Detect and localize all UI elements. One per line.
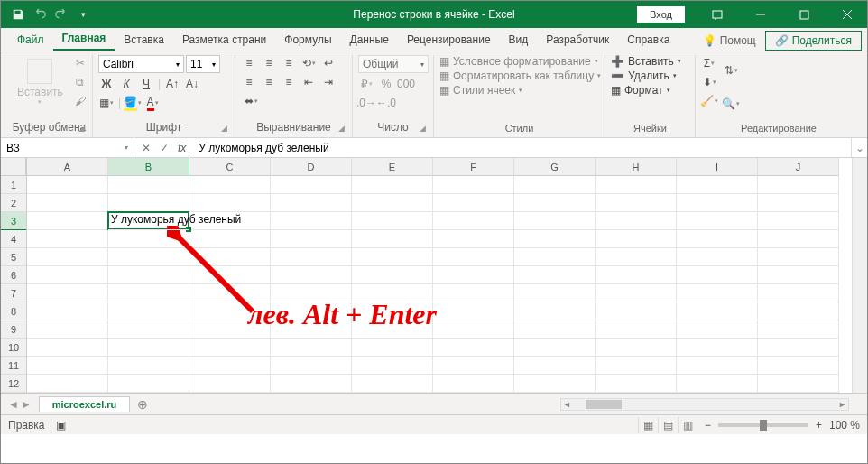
bold-icon[interactable]: Ж [98,76,115,92]
horizontal-scrollbar[interactable]: ◄ ► [560,398,849,411]
clear-icon[interactable]: 🧹 [701,93,717,109]
align-middle-icon[interactable]: ≡ [261,55,277,71]
font-color-icon[interactable]: A [144,95,161,111]
col-header[interactable]: F [433,158,514,176]
row-header[interactable]: 9 [1,320,26,339]
tab-home[interactable]: Главная [53,27,115,51]
signin-button[interactable]: Вход [637,6,685,23]
qat-customize-icon[interactable]: ▾ [73,5,93,24]
dialog-launcher-icon[interactable]: ◢ [336,124,346,135]
underline-icon[interactable]: Ч [138,76,154,92]
wrap-text-icon[interactable]: ↩ [320,55,337,71]
row-header[interactable]: 8 [1,302,26,320]
tab-help[interactable]: Справка [618,29,679,51]
dialog-launcher-icon[interactable]: ◢ [417,124,428,135]
share-button[interactable]: 🔗Поделиться [765,31,862,51]
merge-icon[interactable]: ⬌ [241,93,262,109]
tell-me-button[interactable]: 💡Помощ [699,31,760,51]
decrease-font-icon[interactable]: A↓ [184,76,200,92]
align-bottom-icon[interactable]: ≡ [281,55,297,71]
increase-decimal-icon[interactable]: .0→ [358,95,374,111]
col-header[interactable]: D [271,158,352,176]
fill-color-icon[interactable]: 🪣 [125,95,141,111]
tab-formulas[interactable]: Формулы [275,29,340,51]
view-normal-icon[interactable]: ▦ [638,417,658,433]
borders-icon[interactable]: ▦ [98,95,115,111]
redo-icon[interactable] [51,5,71,24]
row-header[interactable]: 12 [1,375,26,393]
tab-review[interactable]: Рецензирование [398,29,500,51]
col-header[interactable]: B [108,158,189,176]
format-as-table-button[interactable]: ▦Форматировать как таблицу▾ [439,70,601,82]
maximize-icon[interactable] [784,1,824,28]
formula-input[interactable] [193,138,851,157]
delete-cells-button[interactable]: ➖Удалить▾ [611,70,681,82]
col-header[interactable]: G [514,158,596,176]
expand-formula-bar-icon[interactable]: ⌄ [851,138,867,157]
font-name-combo[interactable]: Calibri▾ [98,55,184,73]
fx-icon[interactable]: fx [178,142,186,154]
tab-data[interactable]: Данные [341,29,398,51]
macro-record-icon[interactable]: ▣ [56,419,66,432]
confirm-formula-icon[interactable]: ✓ [160,142,169,154]
row-header[interactable]: 7 [1,284,26,302]
cells-area[interactable]: У лукоморья дуб зеленый лев. Alt + Enter [27,176,867,393]
row-header[interactable]: 11 [1,357,26,375]
font-size-combo[interactable]: 11▾ [186,55,220,73]
percent-icon[interactable]: % [378,76,394,92]
cell-styles-button[interactable]: ▦Стили ячеек▾ [439,84,601,97]
minimize-icon[interactable] [741,1,780,28]
format-cells-button[interactable]: ▦Формат▾ [611,84,681,97]
zoom-out-icon[interactable]: − [705,419,711,432]
col-header[interactable]: A [27,158,108,176]
row-header[interactable]: 2 [1,194,26,212]
autosum-icon[interactable]: Σ [701,55,717,71]
align-left-icon[interactable]: ≡ [241,74,257,90]
sheet-nav-next-icon[interactable]: ► [21,398,32,411]
align-top-icon[interactable]: ≡ [241,55,257,71]
cancel-formula-icon[interactable]: ✕ [142,142,151,154]
view-page-layout-icon[interactable]: ▤ [658,417,678,433]
increase-indent-icon[interactable]: ⇥ [320,74,337,90]
row-header[interactable]: 6 [1,266,26,284]
comma-icon[interactable]: 000 [398,76,414,92]
col-header[interactable]: J [758,158,839,176]
find-select-icon[interactable]: 🔍 [723,88,739,119]
decrease-decimal-icon[interactable]: ←.0 [378,95,394,111]
row-header[interactable]: 4 [1,230,26,248]
cut-icon[interactable]: ✂ [72,55,88,71]
number-format-combo[interactable]: Общий▾ [358,55,429,73]
col-header[interactable]: C [189,158,271,176]
align-center-icon[interactable]: ≡ [261,74,277,90]
tab-view[interactable]: Вид [500,29,538,51]
row-header[interactable]: 1 [1,176,26,194]
dialog-launcher-icon[interactable]: ◢ [76,124,87,135]
add-sheet-icon[interactable]: ⊕ [130,397,155,412]
close-icon[interactable] [827,1,867,28]
sheet-tab[interactable]: microexcel.ru [39,396,131,412]
col-header[interactable]: I [677,158,758,176]
sort-filter-icon[interactable]: ⇅ [723,55,739,86]
tab-layout[interactable]: Разметка страни [173,29,275,51]
insert-cells-button[interactable]: ➕Вставить▾ [611,55,681,68]
name-box[interactable]: B3▾ [1,138,134,157]
italic-icon[interactable]: К [118,76,134,92]
copy-icon[interactable]: ⧉ [72,74,88,90]
zoom-slider[interactable] [718,423,808,427]
row-header[interactable]: 3 [1,212,26,230]
fill-icon[interactable]: ⬇ [701,74,717,90]
increase-font-icon[interactable]: A↑ [164,76,180,92]
zoom-level[interactable]: 100 % [829,419,860,432]
select-all-corner[interactable] [1,158,26,176]
conditional-formatting-button[interactable]: ▦Условное форматирование▾ [439,55,601,68]
save-icon[interactable] [8,5,28,24]
format-painter-icon[interactable]: 🖌 [72,93,88,109]
paste-button[interactable]: Вставить ▾ [12,55,69,109]
align-right-icon[interactable]: ≡ [281,74,297,90]
tab-insert[interactable]: Вставка [115,29,173,51]
currency-icon[interactable]: ₽ [358,76,374,92]
col-header[interactable]: E [352,158,433,176]
row-header[interactable]: 5 [1,248,26,266]
dialog-launcher-icon[interactable]: ◢ [218,124,229,135]
col-header[interactable]: H [596,158,677,176]
